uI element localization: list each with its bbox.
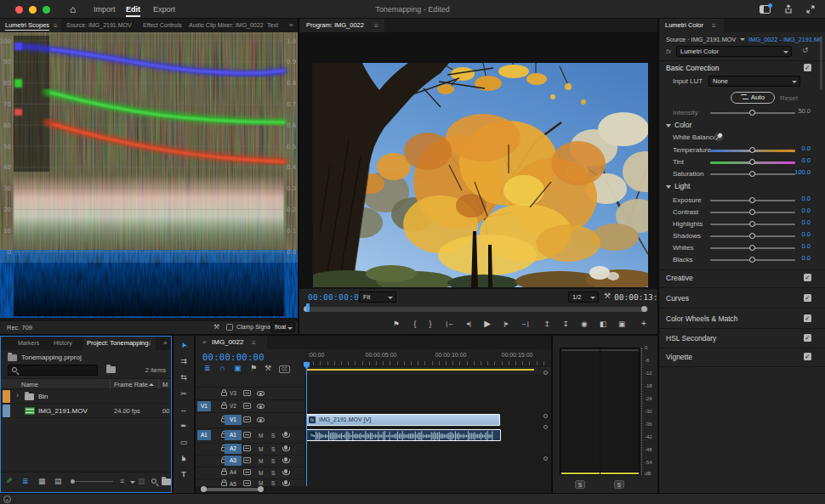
slider-handle[interactable]: [749, 159, 755, 165]
contrast-slider[interactable]: [710, 212, 795, 213]
timeline-ruler[interactable]: :00:00 00:00:05:00 00:00:10:00 00:00:15:…: [304, 349, 551, 366]
creative-section-header[interactable]: Creative: [666, 274, 693, 282]
zoom-slider-track[interactable]: [76, 481, 113, 482]
sync-lock-icon[interactable]: [243, 469, 251, 475]
menu-export[interactable]: Export: [153, 5, 175, 14]
lift-button[interactable]: ↥: [539, 320, 555, 328]
icon-view-button[interactable]: ▦: [38, 477, 46, 485]
source-clip-label[interactable]: Source · IMG_2191.MOV: [666, 36, 736, 43]
clip-name[interactable]: IMG_2191.MOV: [38, 407, 88, 415]
freeform-view-button[interactable]: ▤: [54, 477, 62, 485]
solo-button[interactable]: S: [271, 458, 275, 464]
curves-checkbox[interactable]: ✓: [804, 294, 811, 302]
media-browser-toggle-icon[interactable]: »: [3, 496, 11, 503]
new-bin-icon[interactable]: [162, 479, 171, 485]
home-icon[interactable]: ⌂: [70, 3, 76, 15]
solo-button[interactable]: S: [271, 433, 275, 439]
tab-lumetri-scopes[interactable]: Lumetri Scopes: [5, 19, 49, 32]
highlights-slider[interactable]: [710, 224, 795, 225]
contrast-value[interactable]: 0.0: [787, 207, 811, 214]
solo-button[interactable]: S: [271, 446, 275, 452]
vignette-checkbox[interactable]: ✓: [804, 353, 811, 360]
voiceover-mic-icon[interactable]: [284, 432, 287, 436]
track-select-forward-tool[interactable]: ⇉: [176, 357, 191, 365]
sort-chevron-icon[interactable]: [130, 481, 135, 484]
mute-button[interactable]: M: [259, 433, 263, 439]
slider-handle[interactable]: [749, 197, 755, 203]
solo-right-button[interactable]: S: [614, 480, 624, 489]
add-marker-icon[interactable]: ⚑: [250, 364, 257, 372]
slider-handle[interactable]: [749, 221, 755, 227]
auto-button[interactable]: Auto: [731, 92, 775, 104]
hand-tool[interactable]: ☛: [179, 450, 188, 466]
blacks-slider[interactable]: [710, 259, 795, 261]
program-scrollbar[interactable]: [304, 307, 648, 312]
selection-tool[interactable]: ➤: [177, 337, 191, 354]
solo-left-button[interactable]: S: [575, 480, 585, 489]
label-color-chip[interactable]: [3, 405, 10, 417]
mute-button[interactable]: M: [259, 446, 263, 452]
voiceover-mic-icon[interactable]: [284, 457, 287, 462]
rectangle-tool[interactable]: ▭: [176, 438, 191, 446]
voiceover-mic-icon[interactable]: [284, 445, 287, 450]
effect-dropdown[interactable]: Lumetri Color: [676, 46, 792, 57]
tab-sequence[interactable]: IMG_0022: [212, 336, 243, 349]
close-window-button[interactable]: [15, 6, 23, 14]
column-media-clipped[interactable]: M: [162, 381, 168, 388]
program-timecode[interactable]: 00:00:00:00: [308, 292, 364, 302]
curves-section-header[interactable]: Curves: [666, 294, 689, 303]
new-search-bin-icon[interactable]: [106, 366, 116, 373]
track-height-pip[interactable]: [543, 456, 548, 461]
sync-lock-icon[interactable]: [243, 390, 251, 396]
source-patch-v1[interactable]: V1: [197, 401, 211, 411]
track-name-a1[interactable]: A1: [225, 430, 242, 440]
search-input[interactable]: [8, 365, 98, 376]
workspace-icon[interactable]: [760, 5, 771, 14]
program-settings-wrench-icon[interactable]: ⚒: [604, 292, 611, 300]
source-patch-a1[interactable]: A1: [197, 430, 211, 440]
whites-value[interactable]: 0.0: [787, 242, 811, 250]
track-output-eye-icon[interactable]: [257, 404, 265, 409]
goto-in-button[interactable]: |←: [442, 320, 458, 327]
scope-format-dropdown[interactable]: float: [270, 322, 295, 332]
blacks-value[interactable]: 0.0: [787, 254, 811, 262]
hsl-secondary-section-header[interactable]: HSL Secondary: [666, 334, 716, 343]
close-tab-icon[interactable]: ×: [202, 338, 207, 346]
menu-edit[interactable]: Edit: [126, 5, 140, 17]
extract-button[interactable]: ↧: [558, 320, 573, 328]
quick-export-icon[interactable]: [783, 4, 794, 14]
linked-selection-icon[interactable]: ▣: [234, 364, 242, 372]
highlights-value[interactable]: 0.0: [787, 218, 811, 226]
table-row[interactable]: IMG_2191.MOV 24.00 fps 00: [1, 404, 171, 418]
slip-tool[interactable]: ↔: [176, 405, 191, 414]
playback-resolution-dropdown[interactable]: 1/2: [568, 292, 599, 303]
tab-overflow-icon[interactable]: »: [289, 19, 293, 32]
program-playhead[interactable]: [306, 303, 310, 312]
track-height-pip[interactable]: [543, 371, 548, 375]
goto-out-button[interactable]: →|: [517, 320, 532, 327]
track-name-a2[interactable]: A2: [225, 444, 242, 454]
tab-text[interactable]: Text: [267, 19, 278, 32]
nest-toggle-icon[interactable]: ≣: [204, 364, 211, 372]
reset-button[interactable]: Reset: [780, 94, 798, 102]
vignette-section-header[interactable]: Vignette: [666, 353, 692, 361]
whites-slider[interactable]: [710, 247, 795, 249]
shadows-slider[interactable]: [710, 235, 795, 237]
track-height-pip[interactable]: [543, 414, 548, 418]
video-clip[interactable]: fx IMG_2191.MOV [V]: [306, 414, 500, 426]
slider-handle[interactable]: [749, 233, 755, 239]
tab-effect-controls[interactable]: Effect Controls: [143, 19, 182, 32]
play-button[interactable]: ▶: [480, 319, 495, 328]
hscroll-left-handle[interactable]: [201, 486, 207, 492]
track-name-a3[interactable]: A3: [225, 456, 242, 466]
sync-lock-icon[interactable]: [243, 432, 251, 438]
eyedropper-icon[interactable]: [714, 132, 724, 142]
list-view-button[interactable]: ≣: [22, 477, 29, 485]
hsl-secondary-checkbox[interactable]: ✓: [804, 334, 811, 342]
sort-icon[interactable]: ≡: [120, 477, 124, 485]
basic-correction-header[interactable]: Basic Correction: [666, 64, 719, 72]
slider-handle[interactable]: [749, 209, 755, 215]
twirl-icon[interactable]: ›: [16, 391, 19, 399]
playhead-line[interactable]: [306, 362, 307, 486]
step-forward-button[interactable]: |▸: [498, 320, 514, 327]
